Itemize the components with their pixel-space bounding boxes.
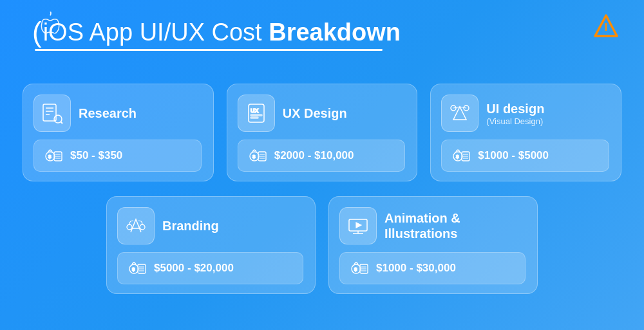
- bracket-open: (: [32, 18, 42, 46]
- ui-price: $1000 - $5000: [478, 149, 549, 162]
- page-title: iOS App UI/UX Cost Breakdown: [43, 20, 401, 44]
- animation-icon: [346, 214, 370, 237]
- background: ( iOS App UI/UX Cost Breakdown: [0, 0, 644, 330]
- money-icon-ux: $: [247, 147, 268, 162]
- ui-icon-box: [441, 95, 478, 132]
- card-ux-header: UX UX Design: [238, 95, 406, 132]
- triangle-logo-container: [592, 13, 620, 42]
- animation-price-row: $ $1000 - $30,000: [339, 252, 526, 284]
- svg-rect-17: [251, 117, 258, 118]
- research-icon-box: [33, 95, 71, 132]
- animation-icon-box: [339, 207, 377, 244]
- svg-text:$: $: [132, 266, 135, 272]
- card-animation: Animation &Illustrations $ $1000 - $30,: [328, 196, 538, 294]
- money-icon-ui: $: [451, 147, 471, 162]
- ui-design-icon: [448, 102, 471, 125]
- top-cards-row: Research $ $50 - $350: [23, 84, 621, 181]
- branding-icon: [124, 214, 147, 237]
- svg-text:$: $: [456, 154, 459, 160]
- money-icon-animation: $: [349, 259, 370, 275]
- branding-icon-box: [117, 207, 155, 244]
- money-bag-icon: $: [43, 147, 64, 162]
- svg-text:$: $: [252, 154, 256, 160]
- svg-text:$: $: [354, 266, 357, 272]
- card-research-header: Research: [33, 95, 202, 132]
- card-ui-header: UI design (Visual Design): [441, 95, 609, 132]
- svg-marker-44: [356, 223, 361, 228]
- ux-title: UX Design: [283, 105, 347, 121]
- svg-line-7: [61, 122, 63, 124]
- ux-price-icon: $: [247, 147, 268, 165]
- card-research: Research $ $50 - $350: [23, 84, 214, 181]
- card-ui-design: UI design (Visual Design) $ $: [430, 84, 621, 181]
- card-branding: Branding $ $5000 - $20,000: [106, 196, 316, 294]
- branding-price-icon: $: [127, 259, 147, 277]
- animation-price-icon: $: [349, 259, 370, 277]
- title-underline: [35, 49, 383, 51]
- card-animation-header: Animation &Illustrations: [339, 207, 526, 244]
- ux-icon-box: UX: [238, 95, 275, 132]
- svg-text:UX: UX: [251, 107, 259, 114]
- branding-price-row: $ $5000 - $20,000: [117, 252, 303, 284]
- triangle-logo: [592, 13, 620, 40]
- ux-icon: UX: [245, 102, 268, 125]
- money-icon-branding: $: [127, 259, 147, 275]
- card-ux-design: UX UX Design $: [227, 84, 418, 181]
- branding-title: Branding: [162, 218, 219, 234]
- research-icon: [41, 102, 64, 125]
- ui-title: UI design: [486, 101, 544, 116]
- card-branding-header: Branding: [117, 207, 303, 244]
- research-title: Research: [79, 105, 137, 121]
- animation-title-block: Animation &Illustrations: [384, 210, 460, 241]
- ui-price-icon: $: [451, 147, 471, 165]
- research-price: $50 - $350: [70, 149, 122, 162]
- ux-price-row: $ $2000 - $10,000: [238, 140, 406, 172]
- bottom-cards-row: Branding $ $5000 - $20,000: [106, 196, 538, 294]
- ui-subtitle: (Visual Design): [486, 116, 544, 126]
- svg-point-35: [127, 225, 132, 230]
- branding-price: $5000 - $20,000: [154, 262, 234, 275]
- animation-price: $1000 - $30,000: [376, 262, 456, 275]
- ui-price-row: $ $1000 - $5000: [441, 140, 609, 172]
- svg-rect-16: [251, 115, 262, 116]
- svg-point-36: [140, 225, 145, 230]
- ui-title-block: UI design (Visual Design): [486, 101, 544, 126]
- animation-title: Animation &Illustrations: [384, 210, 460, 241]
- svg-text:$: $: [48, 154, 52, 160]
- title-area: ( iOS App UI/UX Cost Breakdown: [32, 18, 401, 51]
- svg-point-6: [54, 115, 62, 123]
- research-price-icon: $: [43, 147, 64, 165]
- ux-price: $2000 - $10,000: [274, 149, 354, 162]
- research-price-row: $ $50 - $350: [33, 140, 202, 172]
